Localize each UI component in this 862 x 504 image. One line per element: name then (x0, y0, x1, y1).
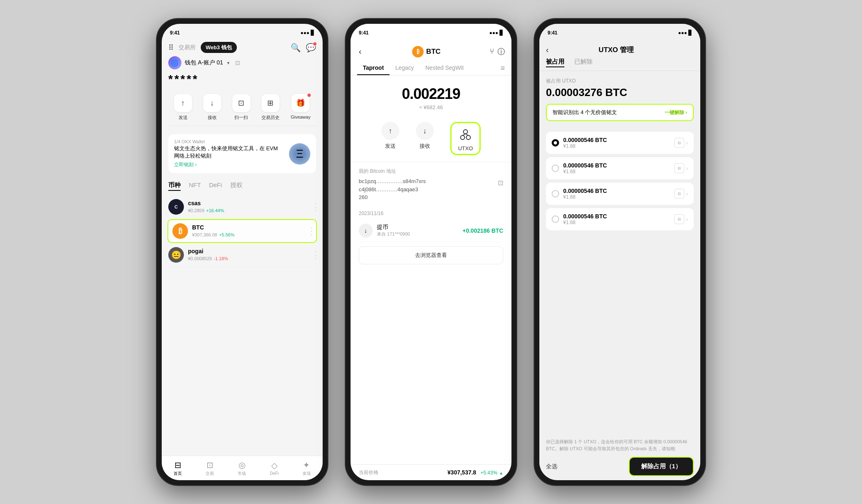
p3-radio-3[interactable] (552, 215, 559, 223)
p2-nav: ‹ ₿ BTC ⑂ ⓘ (351, 42, 511, 61)
utxo-item-0[interactable]: 0.00000546 BTC ¥1.68 ⊟ › (546, 132, 694, 154)
coin-item-pogai[interactable]: 😐 pogai ¥0.0008529 -1.18% ●●● (168, 243, 316, 267)
action-receive[interactable]: ↓ 接收 (203, 94, 221, 121)
nav-discover[interactable]: ✦ 发现 (303, 460, 311, 477)
p3-back-button[interactable]: ‹ (546, 45, 549, 55)
tab-defi[interactable]: DeFi (209, 181, 222, 191)
utxo-item-1[interactable]: 0.00000546 BTC ¥1.68 ⊟ › (546, 157, 694, 179)
p2-address-section: 我的 Bitcoin 地址 bc1pzq……………s84m7xrs c4j086… (351, 162, 511, 207)
tab-coin[interactable]: 币种 (168, 181, 181, 191)
nav-market[interactable]: ◎ 市场 (238, 460, 246, 477)
tab-released[interactable]: 已解除 (574, 58, 593, 67)
branch-icon[interactable]: ⑂ (490, 47, 494, 56)
receive-label: 接收 (208, 115, 217, 121)
coin-item-csas[interactable]: C csas ¥0.2859 +16.44% ●●● (168, 195, 316, 219)
nav-home-label: 首页 (174, 471, 182, 477)
avatar: 🌀 (168, 56, 181, 69)
banner: 1/4 OKX Wallet 铭文生态火热，快来使用铭文工具，在 EVM 网络上… (168, 134, 316, 173)
p3-utxo-arrow-1[interactable]: ⊟ › (674, 163, 688, 173)
coin-tabs: 币种 NFT DeFi 授权 (162, 177, 323, 195)
p2-action-send[interactable]: ↑ 发送 (381, 122, 399, 155)
p3-smart-banner[interactable]: 智能识别出 4 个无价值铭文 一键解除 › (546, 104, 694, 121)
search-icon[interactable]: 🔍 (291, 43, 301, 53)
p3-utxo-arrow-3[interactable]: ⊟ › (674, 214, 688, 224)
tab-web3wallet[interactable]: Web3 钱包 (206, 44, 232, 50)
p3-footer-actions: 全选 解除占用（1） (546, 457, 694, 476)
nav-trade[interactable]: ⊡ 交易 (206, 460, 214, 477)
coin-list: C csas ¥0.2859 +16.44% ●●● ₿ BTC (162, 195, 323, 456)
coin-name-csas: csas (188, 200, 311, 206)
p3-utxo-amount-0: 0.00000546 BTC (563, 137, 670, 143)
p3-utxo-arrow-0[interactable]: ⊟ › (674, 138, 688, 148)
status-icons: ●●● ▊ (300, 30, 314, 36)
coin-logo-csas: C (168, 199, 184, 215)
p2-action-receive[interactable]: ↓ 接收 (416, 122, 434, 155)
p2-tx-date: 2023/11/16 (359, 207, 503, 220)
p3-radio-1[interactable] (552, 165, 559, 172)
p2-tx-item[interactable]: ↓ 提币 来自 171***0900 +0.002186 BTC (359, 220, 503, 242)
p3-utxo-arrow-2[interactable]: ⊟ › (674, 189, 688, 199)
action-giveaway[interactable]: 🎁 Giveaway (291, 94, 310, 121)
p2-balance-main: 0.002219 (357, 85, 505, 103)
view-browser-btn[interactable]: 去浏览器查看 (359, 246, 503, 264)
p2-tx-icon: ↓ (359, 224, 373, 238)
p2-address-text: bc1pzq……………s84m7xrs c4j086t…………4qaqae3 2… (359, 177, 495, 202)
svg-line-3 (463, 134, 465, 135)
back-button[interactable]: ‹ (357, 45, 363, 58)
p2-action-utxo[interactable]: UTXO (450, 122, 481, 155)
p2-title-area: ₿ BTC (367, 46, 486, 57)
message-icon[interactable]: 💬 (306, 43, 316, 53)
chevron-down-icon: ▼ (226, 61, 230, 65)
p3-footer: 你已选择解除 1 个 UTXO，这会给你的可用 BTC 余额增加 0.00000… (539, 434, 700, 480)
status-time-2: 9:41 (359, 30, 369, 36)
coin-item-btc[interactable]: ₿ BTC ¥307,366.08 +5.56% ●●● (167, 219, 317, 243)
p3-smart-action[interactable]: 一键解除 › (665, 109, 687, 116)
grid-icon[interactable]: ⠿ (168, 43, 174, 52)
tab-legacy[interactable]: Legacy (390, 61, 420, 75)
chevron-right-0: › (686, 140, 688, 146)
coin-menu-csas[interactable]: ●●● (315, 202, 316, 211)
p3-utxo-amount-1: 0.00000546 BTC (563, 162, 670, 169)
nav-market-label: 市场 (238, 471, 246, 477)
tab-auth[interactable]: 授权 (230, 181, 243, 191)
tab-nft[interactable]: NFT (189, 181, 201, 191)
receive-icon: ↓ (210, 99, 214, 108)
copy-address-icon[interactable]: ⊡ (498, 178, 503, 188)
status-time: 9:41 (170, 30, 180, 36)
tab-nested[interactable]: Nested SegWit (420, 61, 469, 75)
info-icon[interactable]: ⓘ (497, 47, 505, 57)
p3-utxo-list: 0.00000546 BTC ¥1.68 ⊟ › 0.00000546 BTC … (539, 132, 700, 434)
release-button[interactable]: 解除占用（1） (629, 457, 694, 476)
nav-home[interactable]: ⊟ 首页 (174, 460, 182, 477)
svg-point-1 (461, 135, 465, 140)
account-name[interactable]: 钱包 A-账户 01 (185, 59, 223, 66)
giveaway-label: Giveaway (291, 115, 310, 119)
copy-icon[interactable]: ⊡ (235, 60, 240, 66)
banner-link[interactable]: 立即铭刻 › (174, 161, 284, 168)
coin-menu-pogai[interactable]: ●●● (315, 250, 316, 259)
discover-icon: ✦ (303, 460, 310, 470)
p2-title: BTC (426, 48, 440, 56)
action-history[interactable]: ⊞ 交易历史 (261, 94, 280, 121)
action-scan[interactable]: ⊡ 扫一扫 (232, 94, 250, 121)
coin-menu-btc[interactable]: ●●● (311, 227, 312, 236)
coin-price-csas: ¥0.2859 +16.44% (188, 206, 311, 214)
tab-occupied[interactable]: 被占用 (546, 58, 564, 67)
history-label: 交易历史 (261, 115, 280, 121)
action-send[interactable]: ↑ 发送 (174, 94, 192, 121)
select-all-btn[interactable]: 全选 (546, 463, 557, 470)
more-icon[interactable]: ≡ (500, 61, 505, 75)
p2-price-bar: 当前价格 ¥307,537.8 +5.43% ▲ (351, 464, 511, 480)
utxo-item-2[interactable]: 0.00000546 BTC ¥1.68 ⊟ › (546, 183, 694, 205)
tab-taproot[interactable]: Taproot (357, 61, 390, 75)
utxo-item-3[interactable]: 0.00000546 BTC ¥1.68 ⊟ › (546, 208, 694, 230)
nav-defi[interactable]: ◇ DeFi (270, 460, 279, 476)
send-icon: ↑ (181, 99, 185, 108)
coin-price-pogai: ¥0.0008529 -1.18% (188, 254, 311, 262)
p3-radio-0[interactable] (552, 139, 559, 147)
tab-exchange[interactable]: 交易所 (179, 44, 196, 51)
p2-tx-amount: +0.002186 BTC (463, 227, 503, 234)
p2-tx-type: 提币 (377, 224, 459, 231)
p2-receive-icon: ↓ (416, 122, 434, 140)
p3-radio-2[interactable] (552, 190, 559, 197)
